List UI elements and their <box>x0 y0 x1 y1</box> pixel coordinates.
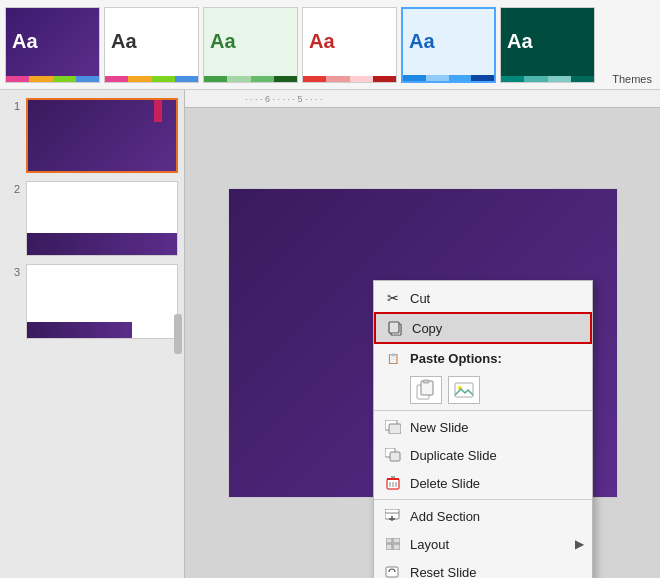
paste-keep-btn[interactable] <box>410 376 442 404</box>
delete-slide-icon <box>384 474 402 492</box>
theme-tile-5[interactable]: Aa <box>401 7 496 83</box>
layout-icon <box>384 535 402 553</box>
theme5-aa: Aa <box>409 30 435 53</box>
menu-item-duplicate-slide-label: Duplicate Slide <box>410 448 497 463</box>
theme-tile-2[interactable]: Aa <box>104 7 199 83</box>
svg-rect-1 <box>389 322 399 333</box>
paste-options-label: Paste Options: <box>410 351 502 366</box>
slide-number-3: 3 <box>6 264 20 278</box>
theme3-aa: Aa <box>210 30 236 53</box>
theme6-strip <box>501 76 594 82</box>
context-menu: ✂ Cut Copy 📋 Paste Options: <box>373 280 593 578</box>
slide-thumb-2[interactable] <box>26 181 178 256</box>
paste-options-row <box>374 372 592 408</box>
themes-bar: Aa Aa Aa <box>0 0 660 90</box>
menu-item-copy[interactable]: Copy <box>374 312 592 344</box>
menu-item-layout[interactable]: Layout ▶ <box>374 530 592 558</box>
menu-item-add-section-label: Add Section <box>410 509 480 524</box>
slide-item-2[interactable]: 2 <box>6 181 178 256</box>
paste-section-icon: 📋 <box>384 349 402 367</box>
slide-thumb-1-accent <box>154 100 162 122</box>
menu-item-cut[interactable]: ✂ Cut <box>374 284 592 312</box>
svg-rect-21 <box>386 538 392 543</box>
slide-thumb-3[interactable] <box>26 264 178 339</box>
paste-picture-btn[interactable] <box>448 376 480 404</box>
theme3-strip <box>204 76 297 82</box>
ruler-marks: · · · · 6 · · · · · 5 · · · · <box>245 94 323 104</box>
add-section-icon <box>384 507 402 525</box>
menu-item-delete-slide[interactable]: Delete Slide <box>374 469 592 497</box>
theme1-strip <box>6 76 99 82</box>
menu-item-cut-label: Cut <box>410 291 430 306</box>
svg-rect-5 <box>455 383 473 397</box>
slide-panel-scrollbar[interactable] <box>174 314 182 354</box>
menu-item-reset-slide[interactable]: Reset Slide <box>374 558 592 578</box>
main-area: 1 2 3 · · · · 6 · · · <box>0 90 660 578</box>
theme5-strip <box>403 75 494 81</box>
menu-item-copy-label: Copy <box>412 321 442 336</box>
edit-area: · · · · 6 · · · · · 5 · · · · ✂ Cut <box>185 90 660 578</box>
theme-tile-6[interactable]: Aa <box>500 7 595 83</box>
svg-rect-10 <box>390 452 400 461</box>
menu-item-paste-options-label: 📋 Paste Options: <box>374 344 592 372</box>
slide-number-2: 2 <box>6 181 20 195</box>
duplicate-slide-icon <box>384 446 402 464</box>
themes-label: Themes <box>612 73 652 85</box>
theme-tile-1[interactable]: Aa <box>5 7 100 83</box>
theme4-strip <box>303 76 396 82</box>
theme1-aa: Aa <box>12 30 38 53</box>
new-slide-icon <box>384 418 402 436</box>
svg-rect-23 <box>386 544 392 550</box>
theme4-aa: Aa <box>309 30 335 53</box>
separator-1 <box>374 410 592 411</box>
slide-thumb-2-bar <box>27 233 177 255</box>
theme-tile-3[interactable]: Aa <box>203 7 298 83</box>
menu-item-new-slide-label: New Slide <box>410 420 469 435</box>
menu-item-add-section[interactable]: Add Section <box>374 502 592 530</box>
layout-arrow-icon: ▶ <box>575 537 584 551</box>
menu-item-reset-slide-label: Reset Slide <box>410 565 476 579</box>
menu-item-duplicate-slide[interactable]: Duplicate Slide <box>374 441 592 469</box>
theme2-aa: Aa <box>111 30 137 53</box>
menu-item-new-slide[interactable]: New Slide <box>374 413 592 441</box>
slide-number-1: 1 <box>6 98 20 112</box>
slide-item-1[interactable]: 1 <box>6 98 178 173</box>
slide-thumb-1[interactable] <box>26 98 178 173</box>
theme2-strip <box>105 76 198 82</box>
cut-icon: ✂ <box>384 289 402 307</box>
slide-item-3[interactable]: 3 <box>6 264 178 339</box>
menu-item-delete-slide-label: Delete Slide <box>410 476 480 491</box>
theme6-aa: Aa <box>507 30 533 53</box>
slide-thumb-3-bar <box>27 322 132 338</box>
slide-panel: 1 2 3 <box>0 90 185 578</box>
reset-slide-icon <box>384 563 402 578</box>
svg-rect-22 <box>393 538 400 543</box>
menu-item-layout-label: Layout <box>410 537 449 552</box>
ruler-top: · · · · 6 · · · · · 5 · · · · <box>185 90 660 108</box>
svg-rect-8 <box>389 424 401 434</box>
theme-tile-4[interactable]: Aa <box>302 7 397 83</box>
copy-icon <box>386 319 404 337</box>
svg-rect-24 <box>393 544 400 550</box>
separator-2 <box>374 499 592 500</box>
svg-rect-4 <box>423 380 429 383</box>
